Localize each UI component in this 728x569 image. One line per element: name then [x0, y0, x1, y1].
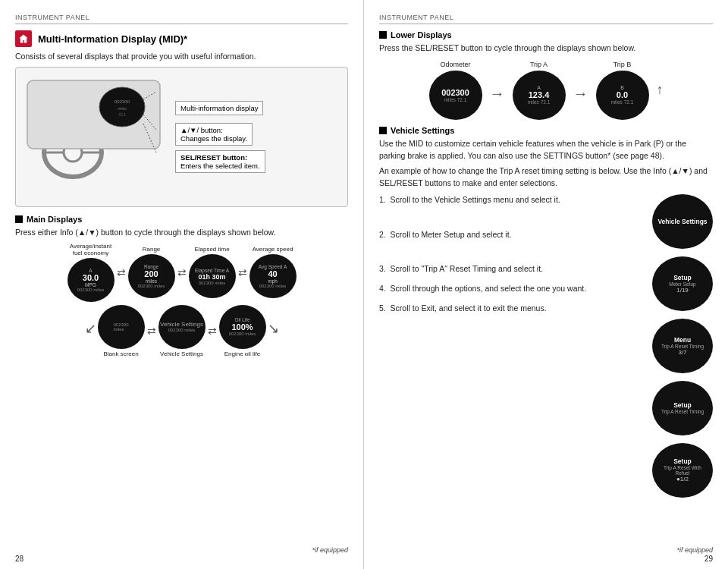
step3-text: Scroll to "Trip A" Reset Timing and sele… — [391, 264, 543, 273]
step1-oval-title: Vehicle Settings — [657, 218, 707, 225]
range-label: Range — [143, 246, 161, 253]
main-displays-header: Main Displays — [15, 215, 348, 224]
button1-callout: ▲/▼/ button: Changes the display. — [175, 123, 340, 146]
step4-oval-sub: Trip A Reset Timing — [661, 409, 704, 414]
lower-arrow1: → — [490, 85, 505, 102]
home-svg — [18, 33, 29, 44]
step2-oval-title: Setup — [673, 274, 692, 281]
lower-bullet-icon — [379, 31, 387, 39]
return-arrow: ↑ — [657, 82, 664, 98]
lower-displays-row: Odometer 002300 miles 72.1 → Trip A A 12… — [379, 61, 713, 120]
step5-oval-title: Setup — [673, 457, 692, 465]
step4-oval: Setup Trip A Reset Timing — [652, 381, 713, 435]
step3-oval-sub: Trip A Reset Timing — [661, 344, 704, 349]
step2-oval-value: 1/19 — [676, 287, 689, 294]
step3-oval-title: Menu — [674, 336, 691, 344]
elapsed-title: Elapsed Time A — [195, 268, 229, 273]
vehicle-settings-title: Vehicle Settings — [391, 126, 454, 135]
elapsed-value: 01h 30m — [198, 273, 225, 281]
step-2: 2. Scroll to Meter Setup and select it. — [379, 229, 646, 241]
blank-label: Blank screen — [103, 351, 138, 357]
main-displays-sub: Press either Info (▲/▼) button to cycle … — [15, 227, 348, 239]
step3-num: 3. — [379, 264, 388, 273]
panel-image-box: 002300 miles 72.1 Multi-information disp… — [15, 67, 348, 207]
right-page-number: 29 — [704, 555, 713, 563]
blank-oval: 002300miles — [98, 305, 145, 349]
button2-label: SEL/RESET button: — [180, 153, 247, 162]
fuel-sub: 002300 miles — [77, 288, 105, 292]
display-blank: 002300miles Blank screen — [98, 305, 145, 357]
button2-desc: Enters the selected item. — [180, 162, 260, 170]
step3-oval: Menu Trip A Reset Timing 3/7 — [652, 319, 713, 373]
right-header: INSTRUMENT PANEL — [379, 14, 713, 24]
arrow5: ⇄ — [208, 325, 217, 337]
step2-oval: Setup Meter Setup 1/19 — [652, 256, 713, 311]
step2-text: Scroll to Meter Setup and select it. — [391, 230, 512, 239]
display-avgspeed: Average speed Avg Speed A 40 mph 002300 … — [249, 246, 297, 298]
arrow1: ⇄ — [117, 266, 126, 278]
displays-bottom-row: ↙ 002300miles Blank screen ⇄ Vehicle Set… — [15, 305, 348, 357]
lower-displays-title: Lower Displays — [391, 30, 452, 39]
fuel-label: Average/instantfuel economy — [70, 243, 111, 256]
bullet-icon — [15, 215, 23, 223]
oil-label: Engine oil life — [224, 351, 261, 357]
left-page: INSTRUMENT PANEL Multi-Information Displ… — [0, 0, 364, 569]
odo-oval: 002300 miles 72.1 — [429, 71, 482, 120]
tripa-oval: A 123.4 miles 72.1 — [513, 71, 566, 120]
title-row: Multi-Information Display (MID)* — [15, 30, 348, 47]
fuel-title: A — [89, 268, 92, 273]
displays-top-row: Average/instantfuel economy A 30.0 MPG 0… — [15, 243, 348, 302]
svg-text:72.1: 72.1 — [118, 112, 126, 117]
tripb-sub: miles 72.1 — [611, 99, 634, 105]
left-header: INSTRUMENT PANEL — [15, 14, 348, 24]
button2-box: SEL/RESET button: Enters the selected it… — [175, 150, 265, 173]
mid-callout-box: Multi-information display — [175, 101, 263, 115]
blank-sub: 002300miles — [113, 322, 128, 332]
left-page-number: 28 — [15, 555, 24, 563]
vs-sub: 002300 miles — [168, 328, 196, 332]
step1-num: 1. — [379, 195, 388, 204]
step-1: 1. Scroll to the Vehicle Settings menu a… — [379, 194, 646, 206]
odo-label: Odometer — [440, 61, 470, 68]
step5-oval-sub: Trip A Reset With Refuel — [656, 465, 709, 476]
arrow-br: ↘ — [268, 320, 279, 337]
steps-images: Vehicle Settings Setup Meter Setup 1/19 … — [652, 194, 713, 498]
right-page: INSTRUMENT PANEL Lower Displays Press th… — [364, 0, 728, 569]
tripb-label: Trip B — [613, 61, 632, 68]
dashboard-sketch: 002300 miles 72.1 — [24, 77, 168, 198]
oil-oval: Oil Life 100% 002300 miles — [219, 305, 266, 349]
avgspeed-oval: Avg Speed A 40 mph 002300 miles — [249, 254, 297, 298]
step4-oval-title: Setup — [673, 401, 692, 409]
main-displays-title: Main Displays — [27, 215, 82, 224]
lower-arrow2: → — [573, 85, 588, 102]
range-sub: 002300 miles — [138, 284, 165, 288]
step1-text: Scroll to the Vehicle Settings menu and … — [391, 195, 560, 204]
step1-oval: Vehicle Settings — [652, 194, 713, 249]
fuel-unit: MPG — [85, 282, 96, 288]
step-3: 3. Scroll to "Trip A" Reset Timing and s… — [379, 263, 646, 275]
lower-displays-sub: Press the SEL/RESET button to cycle thro… — [379, 42, 713, 55]
arrow-bl: ↙ — [85, 320, 96, 337]
tripa-prefix: A — [537, 85, 541, 90]
left-footnote: *if equipped — [312, 546, 348, 554]
tripa-sub: miles 72.1 — [528, 99, 551, 105]
avgspeed-value: 40 — [268, 269, 277, 278]
range-unit: miles — [146, 278, 157, 284]
vehicle-settings-oval: Vehicle Settings 002300 miles — [158, 305, 206, 349]
elapsed-sub: 002300 miles — [199, 281, 226, 285]
steps-text: 1. Scroll to the Vehicle Settings menu a… — [379, 194, 646, 498]
tripa-value: 123.4 — [529, 90, 550, 99]
step-5: 5. Scroll to Exit, and select it to exit… — [379, 303, 646, 315]
home-icon — [15, 30, 32, 47]
vs-para2: An example of how to change the Trip A r… — [379, 165, 713, 190]
tripb-value: 0.0 — [617, 90, 628, 99]
display-elapsed: Elapsed time Elapsed Time A 01h 30m 0023… — [189, 246, 236, 298]
step4-text: Scroll through the options, and select t… — [391, 284, 587, 293]
svg-text:002300: 002300 — [115, 99, 130, 104]
button1-label: ▲/▼/ button: — [180, 126, 223, 134]
vs-para1: Use the MID to customize certain vehicle… — [379, 138, 713, 162]
range-title: Range — [144, 264, 158, 269]
step5-text: Scroll to Exit, and select it to exit th… — [391, 303, 547, 313]
fuel-value: 30.0 — [83, 273, 99, 282]
odo-item: Odometer 002300 miles 72.1 — [429, 61, 482, 120]
